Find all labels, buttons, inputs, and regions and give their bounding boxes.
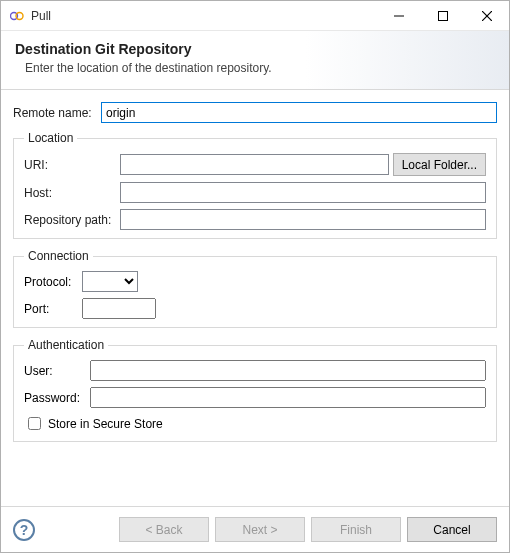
- app-icon: [9, 8, 25, 24]
- uri-input[interactable]: [120, 154, 389, 175]
- remote-name-label: Remote name:: [13, 106, 101, 120]
- user-label: User:: [24, 364, 86, 378]
- host-label: Host:: [24, 186, 116, 200]
- store-secure-checkbox[interactable]: [28, 417, 41, 430]
- svg-rect-3: [439, 11, 448, 20]
- window-controls: [377, 1, 509, 30]
- remote-name-input[interactable]: [101, 102, 497, 123]
- host-input[interactable]: [120, 182, 486, 203]
- minimize-button[interactable]: [377, 1, 421, 30]
- close-button[interactable]: [465, 1, 509, 30]
- finish-button[interactable]: Finish: [311, 517, 401, 542]
- wizard-header: Destination Git Repository Enter the loc…: [1, 31, 509, 90]
- authentication-group: Authentication User: Password: Store in …: [13, 338, 497, 442]
- titlebar: Pull: [1, 1, 509, 31]
- wizard-title: Destination Git Repository: [15, 41, 495, 57]
- location-legend: Location: [24, 131, 77, 145]
- wizard-description: Enter the location of the destination re…: [25, 61, 495, 75]
- user-input[interactable]: [90, 360, 486, 381]
- repo-path-input[interactable]: [120, 209, 486, 230]
- uri-label: URI:: [24, 158, 116, 172]
- remote-name-row: Remote name:: [13, 102, 497, 123]
- password-label: Password:: [24, 391, 86, 405]
- maximize-button[interactable]: [421, 1, 465, 30]
- store-secure-row: Store in Secure Store: [24, 414, 486, 433]
- local-folder-button[interactable]: Local Folder...: [393, 153, 486, 176]
- password-input[interactable]: [90, 387, 486, 408]
- port-label: Port:: [24, 302, 82, 316]
- connection-legend: Connection: [24, 249, 93, 263]
- repo-path-label: Repository path:: [24, 213, 116, 227]
- back-button[interactable]: < Back: [119, 517, 209, 542]
- port-input[interactable]: [82, 298, 156, 319]
- window-title: Pull: [31, 9, 377, 23]
- help-icon[interactable]: ?: [13, 519, 35, 541]
- dialog-window: Pull Destination Git Repository Enter th…: [0, 0, 510, 553]
- content-area: Remote name: Location URI: Local Folder.…: [1, 90, 509, 506]
- protocol-label: Protocol:: [24, 275, 82, 289]
- location-group: Location URI: Local Folder... Host: Repo…: [13, 131, 497, 239]
- cancel-button[interactable]: Cancel: [407, 517, 497, 542]
- protocol-select[interactable]: [82, 271, 138, 292]
- next-button[interactable]: Next >: [215, 517, 305, 542]
- wizard-footer: ? < Back Next > Finish Cancel: [1, 506, 509, 552]
- store-secure-label: Store in Secure Store: [48, 417, 163, 431]
- connection-group: Connection Protocol: Port:: [13, 249, 497, 328]
- authentication-legend: Authentication: [24, 338, 108, 352]
